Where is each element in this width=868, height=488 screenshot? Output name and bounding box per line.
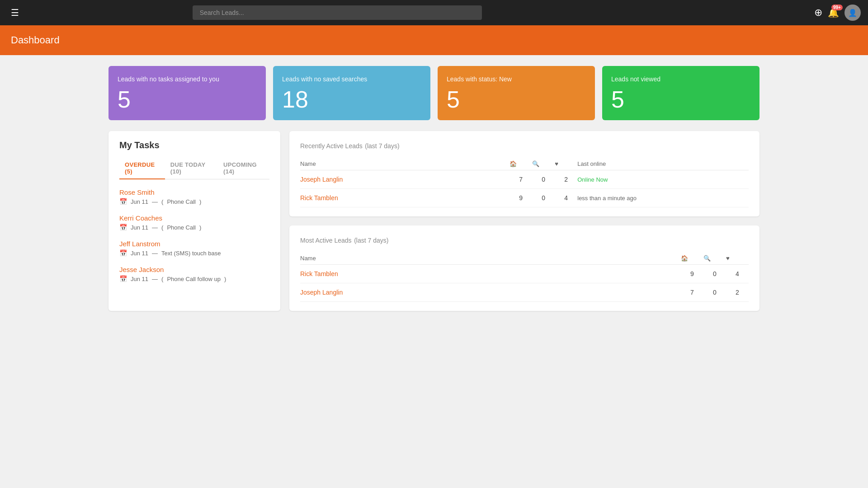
task-detail: 📅 Jun 11 — (Phone Call follow up) [119,275,269,282]
task-item[interactable]: Jeff Lanstrom 📅 Jun 11 — Text (SMS) touc… [119,240,269,257]
task-item[interactable]: Rose Smith 📅 Jun 11 — (Phone Call) [119,188,269,205]
task-date: Jun 11 [131,224,148,231]
recently-active-title: Recently Active Leads (last 7 days) [300,140,749,150]
lead-last-online: less than a minute ago [577,189,749,207]
task-tabs: OVERDUE (5) DUE TODAY (10) UPCOMING (14) [119,158,269,179]
most-active-panel: Most Active Leads (last 7 days) Name 🏠 🔍… [289,225,760,311]
task-type-label: Text (SMS) touch base [161,250,221,257]
my-tasks-title: My Tasks [119,140,269,150]
main-content: My Tasks OVERDUE (5) DUE TODAY (10) UPCO… [0,131,868,322]
lead-name-cell[interactable]: Rick Tamblen [300,189,509,207]
task-lead-name[interactable]: Jesse Jackson [119,266,269,273]
hamburger-icon[interactable]: ☰ [7,4,23,22]
stat-card-no-tasks[interactable]: Leads with no tasks assigned to you 5 [108,66,266,120]
task-type: ( [161,224,163,231]
task-separator: — [152,276,158,282]
top-nav: ☰ ⊕ 🔔 99+ 👤 [0,0,868,25]
task-item[interactable]: Jesse Jackson 📅 Jun 11 — (Phone Call fol… [119,266,269,282]
col-name: Name [300,158,509,170]
table-row: Rick Tamblen 9 0 4 less than a minute ag… [300,189,749,207]
dashboard-header: Dashboard [0,25,868,55]
calendar-icon: 📅 [119,224,127,231]
stat-card-label: Leads with no tasks assigned to you [118,75,257,83]
stat-card-label: Leads with status: New [447,75,586,83]
col-last-online: Last online [577,158,749,170]
lead-col1: 7 [681,283,703,302]
recently-active-panel: Recently Active Leads (last 7 days) Name… [289,131,760,216]
lead-col3: 4 [555,189,577,207]
lead-col3: 4 [726,265,749,283]
lead-col2: 0 [703,265,726,283]
stat-card-status-new[interactable]: Leads with status: New 5 [438,66,595,120]
lead-name-cell[interactable]: Joseph Langlin [300,283,681,302]
table-row: Joseph Langlin 7 0 2 Online Now [300,170,749,189]
task-separator: — [152,250,158,257]
lead-col1: 7 [509,170,532,189]
stat-card-label: Leads not viewed [611,75,750,83]
lead-name-cell[interactable]: Joseph Langlin [300,170,509,189]
task-type: ( [161,198,163,205]
tab-due-today[interactable]: DUE TODAY (10) [165,158,218,179]
col-heart-icon: ♥ [726,252,749,265]
search-bar [193,5,482,20]
lead-col3: 2 [726,283,749,302]
add-icon[interactable]: ⊕ [814,7,822,19]
lead-col1: 9 [681,265,703,283]
table-row: Rick Tamblen 9 0 4 [300,265,749,283]
recently-active-table: Name 🏠 🔍 ♥ Last online Joseph Langlin 7 … [300,158,749,207]
most-active-table: Name 🏠 🔍 ♥ Rick Tamblen 9 0 4 [300,252,749,302]
nav-right: ⊕ 🔔 99+ 👤 [814,5,861,21]
tab-overdue[interactable]: OVERDUE (5) [119,158,165,179]
task-detail: 📅 Jun 11 — Text (SMS) touch base [119,249,269,257]
lead-col2: 0 [532,189,555,207]
col-search-icon: 🔍 [532,158,555,170]
task-type-label: Phone Call follow up [167,276,221,282]
stat-card-value: 18 [282,88,421,111]
task-detail: 📅 Jun 11 — (Phone Call) [119,198,269,205]
stat-cards: Leads with no tasks assigned to you 5 Le… [0,55,868,131]
task-type-label: Phone Call [167,224,196,231]
stat-card-label: Leads with no saved searches [282,75,421,83]
lead-col2: 0 [532,170,555,189]
calendar-icon: 📅 [119,198,127,205]
stat-card-no-saved-searches[interactable]: Leads with no saved searches 18 [273,66,430,120]
task-date: Jun 11 [131,250,148,257]
most-active-title: Most Active Leads (last 7 days) [300,235,749,245]
notification-badge: 99+ [831,5,843,10]
task-detail: 📅 Jun 11 — (Phone Call) [119,224,269,231]
lead-last-online: Online Now [577,170,749,189]
page-title: Dashboard [11,34,60,46]
task-lead-name[interactable]: Rose Smith [119,188,269,196]
task-separator: — [152,198,158,205]
tab-upcoming[interactable]: UPCOMING (14) [218,158,269,179]
notification-wrapper[interactable]: 🔔 99+ [828,7,839,18]
lead-col2: 0 [703,283,726,302]
lead-col1: 9 [509,189,532,207]
task-lead-name[interactable]: Kerri Coaches [119,214,269,222]
col-name: Name [300,252,681,265]
avatar[interactable]: 👤 [844,5,861,21]
col-search-icon: 🔍 [703,252,726,265]
stat-card-value: 5 [447,88,586,111]
stat-card-value: 5 [118,88,257,111]
stat-card-value: 5 [611,88,750,111]
task-item[interactable]: Kerri Coaches 📅 Jun 11 — (Phone Call) [119,214,269,231]
task-type-label: Phone Call [167,198,196,205]
task-date: Jun 11 [131,198,148,205]
table-row: Joseph Langlin 7 0 2 [300,283,749,302]
calendar-icon: 📅 [119,275,127,282]
task-lead-name[interactable]: Jeff Lanstrom [119,240,269,248]
search-input[interactable] [193,5,482,20]
right-panel: Recently Active Leads (last 7 days) Name… [289,131,760,311]
stat-card-not-viewed[interactable]: Leads not viewed 5 [602,66,760,120]
col-home-icon: 🏠 [509,158,532,170]
lead-col3: 2 [555,170,577,189]
task-type: ( [161,276,163,282]
my-tasks-panel: My Tasks OVERDUE (5) DUE TODAY (10) UPCO… [108,131,280,311]
lead-name-cell[interactable]: Rick Tamblen [300,265,681,283]
col-home-icon: 🏠 [681,252,703,265]
most-active-subtitle: (last 7 days) [354,237,388,244]
task-separator: — [152,224,158,231]
task-date: Jun 11 [131,276,148,282]
calendar-icon: 📅 [119,249,127,257]
